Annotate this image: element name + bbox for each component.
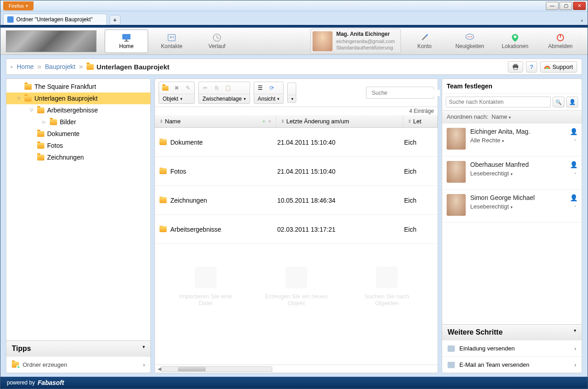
content-search-input[interactable] — [372, 90, 440, 96]
user-auth: Standardauthentifizierung — [336, 44, 395, 51]
team-member[interactable]: Eichinger Anita, Mag.👤 Alle Rechte ▾⌄ — [442, 123, 582, 156]
step-icon — [448, 362, 455, 368]
team-member[interactable]: Oberhauser Manfred👤 Leseberechtigt ▾⌄ — [442, 156, 582, 190]
tree-item[interactable]: The Squaire Frankfurt — [6, 81, 150, 92]
weitere-step[interactable]: Einladung versenden› — [442, 340, 582, 356]
member-avatar — [447, 161, 466, 183]
chevron-down-icon: ▾ — [574, 328, 576, 336]
nav-abmelden[interactable]: Abmelden — [539, 29, 582, 53]
weitere-step[interactable]: E-Mail an Team versenden› — [442, 356, 582, 373]
folder-plus-icon: + — [12, 362, 19, 368]
chevron-down-icon[interactable]: ⌄ — [574, 203, 577, 210]
window-minimize-button[interactable]: — — [546, 2, 559, 10]
member-role-dropdown[interactable]: Leseberechtigt ▾ — [470, 170, 513, 177]
chevron-right-icon: › — [574, 345, 576, 352]
edit-icon: ✎ — [183, 83, 193, 92]
toolbar-clipboard-group: ✂ ⎘ 📋 Zwischenablage ▾ — [198, 82, 250, 104]
row-name: Zeichnungen — [170, 197, 207, 204]
breadcrumb-home[interactable]: Home — [17, 63, 34, 70]
nav-lokationen[interactable]: Lokationen — [493, 29, 537, 53]
svg-rect-19 — [514, 68, 517, 69]
tree-item[interactable]: ▽Unterlagen Bauprojekt — [6, 92, 150, 104]
table-row[interactable]: Arbeitsergebnisse 02.03.2011 13:17:21 Ei… — [155, 215, 438, 244]
tree-item[interactable]: ▽Arbeitsergebnisse — [6, 104, 150, 116]
chevron-down-icon[interactable]: ⌄ — [574, 137, 577, 144]
folder-icon — [24, 84, 32, 90]
table-row[interactable]: Zeichnungen 10.05.2011 18:46:34 Eich — [155, 186, 438, 215]
user-info-box[interactable]: Mag. Anita Eichinger eichingeranita@gmai… — [310, 29, 401, 53]
folder-tree: The Squaire Frankfurt▽Unterlagen Bauproj… — [6, 79, 150, 340]
delete-icon: ✖ — [172, 83, 182, 92]
member-role-dropdown[interactable]: Leseberechtigt ▾ — [470, 203, 513, 210]
col-header-name[interactable]: ⇕Name＋▾ — [155, 115, 276, 127]
tree-item[interactable]: Fotos — [6, 140, 150, 151]
nav-neuigkeiten[interactable]: Neuigkeiten — [448, 29, 492, 53]
print-button[interactable] — [508, 61, 523, 73]
nav-kontakte[interactable]: Kontakte — [150, 29, 193, 53]
tab-dropdown-icon[interactable]: ▾ — [579, 16, 585, 25]
toolbar-view-dropdown[interactable]: Ansicht ▾ — [254, 94, 283, 103]
contact-search-button[interactable]: 🔍 — [553, 97, 564, 107]
tree-item[interactable]: Zeichnungen — [6, 151, 150, 163]
list-view-icon[interactable]: ☰ — [255, 83, 265, 92]
hint-import: Importieren Sie eine Datei — [174, 267, 237, 306]
app-header: Home Kontakte Verlauf Mag. Anita Eiching… — [0, 28, 588, 55]
folder-icon — [37, 143, 44, 149]
member-role-dropdown[interactable]: Alle Rechte ▾ — [470, 137, 504, 144]
breadcrumb-back-icon[interactable]: ▸ — [11, 64, 13, 69]
folder-icon — [159, 197, 167, 203]
add-contact-button[interactable]: 👤 — [566, 97, 578, 107]
folder-icon — [159, 168, 167, 174]
new-object-icon[interactable] — [160, 83, 170, 92]
team-member[interactable]: Simon George Michael👤 Leseberechtigt ▾⌄ — [442, 190, 582, 223]
table-row[interactable]: Dokumente 21.04.2011 15:10:40 Eich — [155, 128, 438, 157]
folder-tree-panel: The Squaire Frankfurt▽Unterlagen Bauproj… — [6, 78, 151, 373]
add-column-icon[interactable]: ＋ — [261, 118, 266, 125]
firefox-menu-button[interactable]: Firefox▾ — [3, 1, 34, 10]
team-panel: Team festlegen 🔍 👤 Anordnen nach: Name ▾… — [442, 78, 582, 373]
svg-rect-5 — [172, 36, 174, 37]
chat-icon — [464, 33, 475, 42]
window-close-button[interactable]: ✕ — [573, 2, 586, 10]
nav-home[interactable]: Home — [105, 29, 148, 53]
breadcrumb-bauprojekt[interactable]: Bauprojekt — [45, 63, 75, 70]
step-label: Einladung versenden — [459, 345, 515, 352]
toolbar-objekt-dropdown[interactable]: Objekt ▾ — [159, 94, 194, 103]
browser-tabbar: Ordner "Unterlagen Bauprojekt" + ▾ — [0, 11, 588, 25]
contact-search-input[interactable] — [446, 97, 551, 107]
new-tab-button[interactable]: + — [110, 15, 120, 25]
tipp-create-folder[interactable]: + Ordner erzeugen › — [6, 357, 150, 373]
toolbar-extra-group[interactable]: ▾ — [287, 83, 296, 103]
nav-konto[interactable]: Konto — [403, 29, 446, 53]
content-search-box[interactable]: 🔍 — [366, 87, 434, 99]
search-hint-icon — [376, 267, 398, 288]
header-logo-image — [6, 30, 96, 52]
svg-point-14 — [514, 35, 516, 38]
browser-tab[interactable]: Ordner "Unterlagen Bauprojekt" — [3, 14, 107, 25]
team-sort-row[interactable]: Anordnen nach: Name ▾ — [442, 110, 582, 123]
tipps-header[interactable]: Tipps ▾ — [6, 340, 150, 356]
folder-icon — [159, 139, 167, 145]
weitere-header[interactable]: Weitere Schritte ▾ — [442, 325, 582, 340]
row-name: Arbeitsergebnisse — [170, 226, 221, 233]
nav-verlauf[interactable]: Verlauf — [195, 29, 239, 53]
window-maximize-button[interactable]: ▢ — [559, 2, 572, 10]
col-header-user[interactable]: ⇕Let — [403, 115, 438, 127]
toolbar-clipboard-dropdown[interactable]: Zwischenablage ▾ — [199, 94, 250, 103]
folder-icon — [50, 119, 57, 125]
table-row[interactable]: Fotos 21.04.2011 15:10:40 Eich — [155, 157, 438, 186]
support-button[interactable]: Support — [540, 61, 577, 73]
svg-rect-6 — [172, 38, 174, 38]
person-icon: 👤 — [570, 194, 577, 201]
tree-item[interactable]: Dokumente — [6, 128, 150, 140]
help-button[interactable]: ? — [526, 61, 538, 73]
scrollbar-thumb[interactable] — [178, 367, 206, 371]
col-header-modified[interactable]: ⇕Letzte Änderung am/um — [276, 115, 403, 127]
copy-icon: ⎘ — [212, 83, 222, 92]
horizontal-scrollbar[interactable]: ◀ — [155, 365, 438, 373]
chevron-down-icon[interactable]: ⌄ — [574, 170, 577, 177]
refresh-icon[interactable]: ⟳ — [267, 83, 277, 92]
tree-item[interactable]: ▷Bilder — [6, 116, 150, 128]
cut-icon: ✂ — [200, 83, 210, 92]
row-user: Eich — [400, 197, 438, 204]
